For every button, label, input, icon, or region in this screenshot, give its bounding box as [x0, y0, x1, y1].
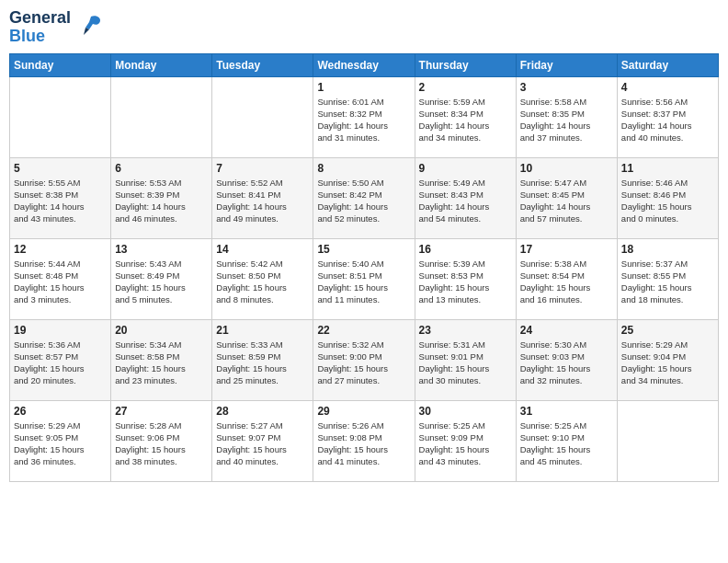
- calendar-week-row: 12Sunrise: 5:44 AM Sunset: 8:48 PM Dayli…: [10, 238, 719, 319]
- calendar-cell: 19Sunrise: 5:36 AM Sunset: 8:57 PM Dayli…: [10, 319, 111, 400]
- calendar-cell: 16Sunrise: 5:39 AM Sunset: 8:53 PM Dayli…: [415, 238, 516, 319]
- day-info: Sunrise: 5:46 AM Sunset: 8:46 PM Dayligh…: [621, 177, 714, 225]
- calendar-cell: 9Sunrise: 5:49 AM Sunset: 8:43 PM Daylig…: [415, 157, 516, 238]
- day-number: 24: [520, 324, 613, 337]
- logo: General Blue: [9, 9, 104, 46]
- day-info: Sunrise: 5:49 AM Sunset: 8:43 PM Dayligh…: [419, 177, 512, 225]
- day-info: Sunrise: 5:25 AM Sunset: 9:09 PM Dayligh…: [419, 419, 512, 468]
- day-number: 18: [621, 243, 714, 256]
- logo-bird-icon: [74, 11, 104, 44]
- day-info: Sunrise: 5:55 AM Sunset: 8:38 PM Dayligh…: [14, 177, 107, 225]
- day-number: 25: [621, 324, 714, 337]
- calendar-week-row: 19Sunrise: 5:36 AM Sunset: 8:57 PM Dayli…: [10, 319, 719, 400]
- day-number: 1: [317, 81, 410, 94]
- day-number: 15: [317, 243, 410, 256]
- day-number: 27: [115, 405, 208, 418]
- day-info: Sunrise: 5:47 AM Sunset: 8:45 PM Dayligh…: [520, 177, 613, 225]
- day-info: Sunrise: 5:29 AM Sunset: 9:04 PM Dayligh…: [621, 339, 714, 387]
- calendar-cell: 3Sunrise: 5:58 AM Sunset: 8:35 PM Daylig…: [516, 76, 617, 157]
- calendar-cell: 10Sunrise: 5:47 AM Sunset: 8:45 PM Dayli…: [516, 157, 617, 238]
- day-number: 31: [520, 405, 613, 418]
- calendar-cell: 23Sunrise: 5:31 AM Sunset: 9:01 PM Dayli…: [415, 319, 516, 400]
- day-info: Sunrise: 5:42 AM Sunset: 8:50 PM Dayligh…: [216, 258, 309, 306]
- day-number: 16: [419, 243, 512, 256]
- calendar-cell: 30Sunrise: 5:25 AM Sunset: 9:09 PM Dayli…: [415, 400, 516, 481]
- day-info: Sunrise: 6:01 AM Sunset: 8:32 PM Dayligh…: [317, 96, 410, 144]
- calendar-body: 1Sunrise: 6:01 AM Sunset: 8:32 PM Daylig…: [10, 76, 719, 481]
- calendar-cell: 28Sunrise: 5:27 AM Sunset: 9:07 PM Dayli…: [212, 400, 313, 481]
- calendar-cell: 27Sunrise: 5:28 AM Sunset: 9:06 PM Dayli…: [111, 400, 212, 481]
- day-info: Sunrise: 5:30 AM Sunset: 9:03 PM Dayligh…: [520, 339, 613, 387]
- day-info: Sunrise: 5:40 AM Sunset: 8:51 PM Dayligh…: [317, 258, 410, 306]
- calendar-cell: 11Sunrise: 5:46 AM Sunset: 8:46 PM Dayli…: [617, 157, 718, 238]
- day-info: Sunrise: 5:29 AM Sunset: 9:05 PM Dayligh…: [14, 419, 107, 468]
- day-number: 22: [317, 324, 410, 337]
- day-number: 19: [14, 324, 107, 337]
- day-number: 11: [621, 162, 714, 175]
- calendar-week-row: 5Sunrise: 5:55 AM Sunset: 8:38 PM Daylig…: [10, 157, 719, 238]
- calendar-cell: 29Sunrise: 5:26 AM Sunset: 9:08 PM Dayli…: [313, 400, 415, 481]
- logo-blue: Blue: [9, 28, 71, 46]
- calendar-cell: [617, 400, 718, 481]
- weekday-header-row: SundayMondayTuesdayWednesdayThursdayFrid…: [10, 53, 719, 76]
- day-info: Sunrise: 5:26 AM Sunset: 9:08 PM Dayligh…: [317, 419, 410, 468]
- calendar-cell: 7Sunrise: 5:52 AM Sunset: 8:41 PM Daylig…: [212, 157, 313, 238]
- day-info: Sunrise: 5:50 AM Sunset: 8:42 PM Dayligh…: [317, 177, 410, 225]
- calendar-cell: 22Sunrise: 5:32 AM Sunset: 9:00 PM Dayli…: [313, 319, 415, 400]
- page-header: General Blue: [9, 9, 719, 46]
- day-number: 17: [520, 243, 613, 256]
- day-number: 21: [216, 324, 309, 337]
- weekday-header-cell: Saturday: [617, 53, 718, 76]
- day-number: 14: [216, 243, 309, 256]
- day-info: Sunrise: 5:53 AM Sunset: 8:39 PM Dayligh…: [115, 177, 208, 225]
- day-number: 12: [14, 243, 107, 256]
- calendar-cell: [212, 76, 313, 157]
- calendar-cell: 12Sunrise: 5:44 AM Sunset: 8:48 PM Dayli…: [10, 238, 111, 319]
- day-number: 8: [317, 162, 410, 175]
- day-info: Sunrise: 5:59 AM Sunset: 8:34 PM Dayligh…: [419, 96, 512, 144]
- weekday-header-cell: Wednesday: [313, 53, 415, 76]
- day-info: Sunrise: 5:36 AM Sunset: 8:57 PM Dayligh…: [14, 339, 107, 387]
- calendar-cell: 24Sunrise: 5:30 AM Sunset: 9:03 PM Dayli…: [516, 319, 617, 400]
- calendar-cell: 15Sunrise: 5:40 AM Sunset: 8:51 PM Dayli…: [313, 238, 415, 319]
- calendar-week-row: 26Sunrise: 5:29 AM Sunset: 9:05 PM Dayli…: [10, 400, 719, 481]
- day-info: Sunrise: 5:37 AM Sunset: 8:55 PM Dayligh…: [621, 258, 714, 306]
- day-info: Sunrise: 5:43 AM Sunset: 8:49 PM Dayligh…: [115, 258, 208, 306]
- day-info: Sunrise: 5:52 AM Sunset: 8:41 PM Dayligh…: [216, 177, 309, 225]
- calendar-cell: [10, 76, 111, 157]
- day-number: 30: [419, 405, 512, 418]
- day-number: 3: [520, 81, 613, 94]
- calendar-cell: 17Sunrise: 5:38 AM Sunset: 8:54 PM Dayli…: [516, 238, 617, 319]
- calendar-week-row: 1Sunrise: 6:01 AM Sunset: 8:32 PM Daylig…: [10, 76, 719, 157]
- calendar-cell: 5Sunrise: 5:55 AM Sunset: 8:38 PM Daylig…: [10, 157, 111, 238]
- calendar-cell: 13Sunrise: 5:43 AM Sunset: 8:49 PM Dayli…: [111, 238, 212, 319]
- day-info: Sunrise: 5:32 AM Sunset: 9:00 PM Dayligh…: [317, 339, 410, 387]
- calendar-cell: 26Sunrise: 5:29 AM Sunset: 9:05 PM Dayli…: [10, 400, 111, 481]
- day-number: 29: [317, 405, 410, 418]
- day-info: Sunrise: 5:44 AM Sunset: 8:48 PM Dayligh…: [14, 258, 107, 306]
- day-info: Sunrise: 5:33 AM Sunset: 8:59 PM Dayligh…: [216, 339, 309, 387]
- calendar-cell: 2Sunrise: 5:59 AM Sunset: 8:34 PM Daylig…: [415, 76, 516, 157]
- calendar-cell: 8Sunrise: 5:50 AM Sunset: 8:42 PM Daylig…: [313, 157, 415, 238]
- weekday-header-cell: Friday: [516, 53, 617, 76]
- day-number: 2: [419, 81, 512, 94]
- day-info: Sunrise: 5:58 AM Sunset: 8:35 PM Dayligh…: [520, 96, 613, 144]
- calendar-cell: 31Sunrise: 5:25 AM Sunset: 9:10 PM Dayli…: [516, 400, 617, 481]
- day-number: 4: [621, 81, 714, 94]
- day-info: Sunrise: 5:39 AM Sunset: 8:53 PM Dayligh…: [419, 258, 512, 306]
- weekday-header-cell: Monday: [111, 53, 212, 76]
- day-info: Sunrise: 5:25 AM Sunset: 9:10 PM Dayligh…: [520, 419, 613, 468]
- day-info: Sunrise: 5:38 AM Sunset: 8:54 PM Dayligh…: [520, 258, 613, 306]
- day-info: Sunrise: 5:56 AM Sunset: 8:37 PM Dayligh…: [621, 96, 714, 144]
- calendar-cell: [111, 76, 212, 157]
- calendar-cell: 6Sunrise: 5:53 AM Sunset: 8:39 PM Daylig…: [111, 157, 212, 238]
- calendar-cell: 25Sunrise: 5:29 AM Sunset: 9:04 PM Dayli…: [617, 319, 718, 400]
- day-info: Sunrise: 5:31 AM Sunset: 9:01 PM Dayligh…: [419, 339, 512, 387]
- day-info: Sunrise: 5:28 AM Sunset: 9:06 PM Dayligh…: [115, 419, 208, 468]
- day-number: 13: [115, 243, 208, 256]
- day-number: 26: [14, 405, 107, 418]
- day-number: 5: [14, 162, 107, 175]
- day-number: 20: [115, 324, 208, 337]
- calendar-cell: 14Sunrise: 5:42 AM Sunset: 8:50 PM Dayli…: [212, 238, 313, 319]
- day-number: 10: [520, 162, 613, 175]
